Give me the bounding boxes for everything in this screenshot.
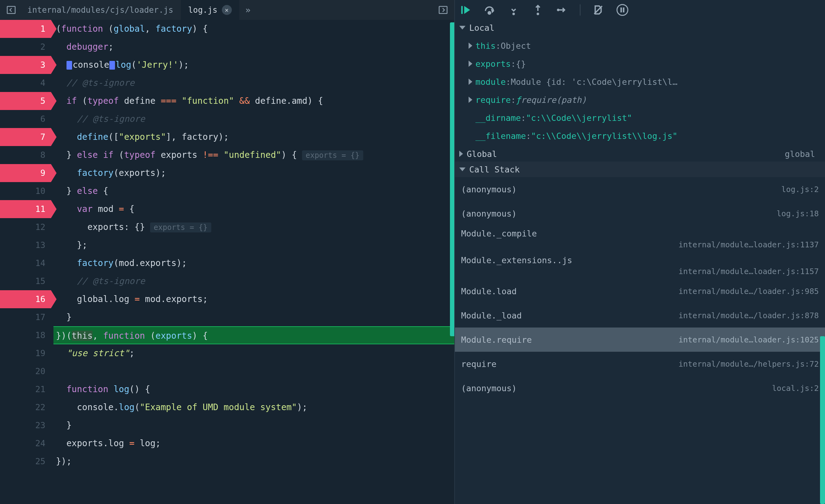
variable-name: this xyxy=(475,41,496,51)
frame-location: internal/module…loader.js:1025 xyxy=(678,335,819,344)
callstack-frame[interactable]: requireinternal/module…/helpers.js:72 xyxy=(455,352,825,376)
callstack-frame[interactable]: (anonymous)log.js:18 xyxy=(455,201,825,226)
code-line: exports: {}exports = {} xyxy=(54,218,454,236)
variable-row[interactable]: this: Object xyxy=(455,37,825,55)
svg-point-6 xyxy=(557,9,559,11)
callstack-frame[interactable]: Module.loadinternal/module…/loader.js:98… xyxy=(455,279,825,303)
gutter-line[interactable]: 3 xyxy=(0,56,51,74)
pause-icon[interactable] xyxy=(616,3,629,16)
callstack-frame[interactable]: Module._extensions..jsinternal/module…lo… xyxy=(455,252,825,279)
step-over-icon[interactable] xyxy=(483,3,496,16)
variable-row[interactable]: require: ƒ require(path) xyxy=(455,91,825,109)
callstack-frame[interactable]: Module._compileinternal/module…loader.js… xyxy=(455,226,825,252)
callstack-label: Call Stack xyxy=(469,165,520,174)
gutter-line[interactable]: 9 xyxy=(0,164,51,182)
scope-local-body: this: Objectexports: {}module: Module {i… xyxy=(455,35,825,146)
code-line: (function (global, factory) { xyxy=(54,20,454,38)
chevron-right-icon xyxy=(469,61,472,67)
code-line: }; xyxy=(54,236,454,254)
gutter-line[interactable]: 17 xyxy=(0,308,45,326)
step-into-icon[interactable] xyxy=(507,3,520,16)
variable-row[interactable]: exports: {} xyxy=(455,55,825,73)
gutter-line[interactable]: 13 xyxy=(0,236,45,254)
frame-location: internal/module…/loader.js:878 xyxy=(678,311,819,320)
code-line: // @ts-ignore xyxy=(54,272,454,290)
gutter-line[interactable]: 7 xyxy=(0,128,51,146)
step-out-icon[interactable] xyxy=(531,3,544,16)
code-line: // @ts-ignore xyxy=(54,110,454,128)
variable-row[interactable]: __dirname: "c:\\Code\\jerrylist" xyxy=(455,109,825,127)
deactivate-breakpoints-icon[interactable] xyxy=(592,3,605,16)
code-line: if (typeof define === "function" && defi… xyxy=(54,92,454,110)
frame-location: log.js:18 xyxy=(777,209,819,218)
tabs-row: internal/modules/cjs/loader.js log.js ✕ … xyxy=(0,0,454,20)
gutter-line[interactable]: 16 xyxy=(0,290,51,308)
gutter-line[interactable]: 18 xyxy=(0,326,45,344)
gutter-line[interactable]: 4 xyxy=(0,74,45,92)
frame-function: require xyxy=(461,359,497,369)
callstack-frame[interactable]: Module.requireinternal/module…loader.js:… xyxy=(455,328,825,352)
code-line: } else if (typeof exports !== "undefined… xyxy=(54,146,454,164)
tab-loader[interactable]: internal/modules/cjs/loader.js xyxy=(20,0,181,20)
svg-rect-0 xyxy=(7,6,15,14)
callstack-frame[interactable]: (anonymous)log.js:2 xyxy=(455,177,825,201)
variable-name: require xyxy=(475,95,511,105)
gutter-line[interactable]: 14 xyxy=(0,254,45,272)
scope-local-header[interactable]: Local xyxy=(455,20,825,35)
gutter-line[interactable]: 20 xyxy=(0,362,45,380)
gutter-line[interactable]: 15 xyxy=(0,272,45,290)
gutter-line[interactable]: 6 xyxy=(0,110,45,128)
gutter-line[interactable]: 5 xyxy=(0,92,51,110)
tab-loader-label: internal/modules/cjs/loader.js xyxy=(27,5,173,15)
scope-global-header[interactable]: Global global xyxy=(455,146,825,161)
gutter-line[interactable]: 10 xyxy=(0,182,45,200)
code-line: console.log("Example of UMD module syste… xyxy=(54,399,454,416)
gutter-line[interactable]: 8 xyxy=(0,146,45,164)
callstack-frame[interactable]: Module._loadinternal/module…/loader.js:8… xyxy=(455,303,825,328)
frame-function: Module._load xyxy=(461,311,522,320)
gutter-line[interactable]: 1 xyxy=(0,20,51,38)
scrollbar-vertical[interactable] xyxy=(450,22,454,336)
gutter-line[interactable]: 23 xyxy=(0,416,45,434)
variable-row[interactable]: __filename: "c:\\Code\\jerrylist\\log.js… xyxy=(455,127,825,145)
scrollbar-vertical[interactable] xyxy=(820,336,825,504)
tab-log-label: log.js xyxy=(188,5,218,15)
code-line: global.log = mod.exports; xyxy=(54,290,454,308)
more-tabs-icon[interactable]: » xyxy=(245,5,251,15)
resume-icon[interactable] xyxy=(459,3,472,16)
step-icon[interactable] xyxy=(555,3,569,16)
gutter-line[interactable]: 19 xyxy=(0,344,45,362)
variable-row[interactable]: module: Module {id: 'c:\Code\jerrylist\l… xyxy=(455,73,825,91)
code-line: factory(mod.exports); xyxy=(54,254,454,272)
debug-toolbar xyxy=(455,0,825,20)
gutter-line[interactable]: 25 xyxy=(0,452,45,471)
scope-local-label: Local xyxy=(469,23,495,32)
gutter-line[interactable]: 24 xyxy=(0,434,45,452)
code-area[interactable]: (function (global, factory) { debugger; … xyxy=(51,20,454,504)
frame-location: internal/module…loader.js:1137 xyxy=(461,240,819,249)
code-line: debugger; xyxy=(54,38,454,56)
code-line: function log() { xyxy=(54,380,454,399)
close-icon[interactable]: ✕ xyxy=(222,5,232,15)
frame-location: internal/module…/helpers.js:72 xyxy=(678,360,819,368)
svg-rect-8 xyxy=(620,7,622,12)
svg-rect-9 xyxy=(623,7,624,12)
code-line: factory(exports); xyxy=(54,164,454,182)
frame-location: log.js:2 xyxy=(781,185,819,194)
gutter-line[interactable]: 21 xyxy=(0,380,45,399)
code-line: }); xyxy=(54,452,454,471)
frame-function: Module.require xyxy=(461,335,532,345)
chevron-right-icon xyxy=(469,97,472,103)
gutter-line[interactable]: 2 xyxy=(0,38,45,56)
callstack-frame[interactable]: (anonymous)local.js:2 xyxy=(455,376,825,400)
frame-location: local.js:2 xyxy=(772,384,819,393)
nav-forward-icon[interactable] xyxy=(437,4,449,16)
gutter-line[interactable]: 22 xyxy=(0,399,45,416)
gutter-line[interactable]: 12 xyxy=(0,218,45,236)
chevron-down-icon xyxy=(459,167,465,171)
gutter-line[interactable]: 11 xyxy=(0,200,51,218)
frame-location: internal/module…loader.js:1157 xyxy=(461,267,819,276)
tab-log[interactable]: log.js ✕ xyxy=(181,0,239,20)
nav-back-icon[interactable] xyxy=(5,4,17,16)
callstack-header[interactable]: Call Stack xyxy=(455,161,825,177)
